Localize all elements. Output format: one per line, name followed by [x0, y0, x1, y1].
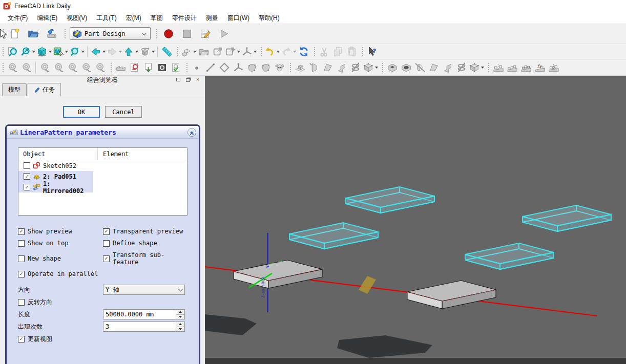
make-link-group-button[interactable] — [224, 45, 241, 59]
open-file-button[interactable] — [24, 25, 43, 42]
dropdown-arrow-icon[interactable] — [152, 51, 155, 53]
polar-pattern-button[interactable] — [519, 60, 533, 75]
dropdown-arrow-icon[interactable] — [102, 51, 106, 53]
revolution-button[interactable] — [307, 60, 321, 75]
sub-shape-binder-button[interactable] — [259, 60, 273, 75]
measure-button[interactable] — [160, 45, 174, 59]
menu-item-5[interactable]: 草图 — [146, 13, 168, 24]
nav-up-button[interactable] — [122, 45, 139, 59]
occurrences-spin-up[interactable] — [176, 322, 184, 327]
refresh-button[interactable] — [297, 45, 310, 59]
dock-close-button[interactable]: × — [195, 76, 201, 82]
menu-item-8[interactable]: 窗口(W) — [223, 13, 254, 24]
toolbar-grip[interactable] — [260, 46, 262, 57]
dropdown-arrow-icon[interactable] — [49, 51, 52, 53]
dropdown-arrow-icon[interactable] — [65, 51, 68, 53]
item-checkbox[interactable] — [24, 162, 30, 169]
fit-all-button[interactable] — [6, 45, 19, 59]
toolbar-grip[interactable] — [2, 62, 4, 73]
title-bar[interactable]: FreeCAD Link Daily — [0, 0, 626, 12]
macro-play-button[interactable] — [215, 25, 233, 42]
toolbar-grip[interactable] — [289, 62, 291, 73]
viewport-3d[interactable]: Z-axis009 — [205, 76, 626, 364]
multi-transform-button[interactable] — [547, 60, 560, 75]
reverse-direction-checkbox[interactable] — [18, 299, 25, 306]
measure-tool-6-button[interactable] — [79, 60, 93, 75]
length-spin-up[interactable] — [176, 310, 184, 315]
toolbar-grip[interactable] — [2, 28, 4, 39]
dropdown-arrow-icon[interactable] — [119, 51, 122, 53]
copy-button[interactable] — [331, 45, 345, 59]
toggle-axis-cross-button[interactable] — [241, 45, 257, 59]
edit-sketch-button[interactable] — [155, 60, 169, 75]
macro-stop-button[interactable] — [178, 25, 196, 42]
option-checkbox[interactable] — [103, 228, 110, 235]
length-spin-down[interactable] — [176, 315, 184, 319]
dropdown-arrow-icon[interactable] — [135, 51, 138, 53]
toolbar-grip[interactable] — [64, 28, 66, 39]
menu-item-1[interactable]: 编辑(E) — [32, 13, 62, 24]
length-spinbox[interactable] — [103, 309, 185, 319]
list-item-1-mirrored002[interactable]: 1: Mirrored002 — [18, 182, 93, 192]
make-link-button[interactable] — [211, 45, 224, 59]
additive-helix-button[interactable] — [348, 60, 362, 75]
datum-plane-button[interactable] — [217, 60, 231, 75]
menu-item-2[interactable]: 视图(V) — [62, 13, 92, 24]
additive-loft-button[interactable] — [321, 60, 335, 75]
menu-item-9[interactable]: 帮助(H) — [254, 13, 284, 24]
measure-tool-4-button[interactable] — [52, 60, 66, 75]
validate-sketch-button[interactable] — [169, 60, 183, 75]
subtractive-loft-button[interactable] — [427, 60, 441, 75]
occurrences-spinbox[interactable] — [103, 322, 185, 332]
draw-style-button[interactable] — [52, 45, 69, 59]
tab-tasks[interactable]: 任务 — [28, 83, 61, 96]
occurrences-input[interactable] — [103, 322, 185, 332]
subtractive-pipe-button[interactable] — [441, 60, 454, 75]
subtractive-primitive-button[interactable] — [468, 60, 485, 75]
undo-button[interactable] — [264, 45, 280, 59]
shape-binder-button[interactable] — [245, 60, 259, 75]
dropdown-arrow-icon[interactable] — [481, 67, 484, 69]
hole-button[interactable] — [399, 60, 413, 75]
whats-this-button[interactable]: ? — [365, 45, 379, 59]
new-file-button[interactable] — [6, 25, 24, 42]
menu-item-6[interactable]: 零件设计 — [168, 13, 201, 24]
tab-model[interactable]: 模型 — [2, 83, 27, 96]
cancel-button[interactable]: Cancel — [105, 106, 142, 118]
toolbar-grip[interactable] — [2, 46, 4, 57]
macro-edit-button[interactable] — [196, 25, 215, 42]
measure-tool-3-button[interactable] — [38, 60, 52, 75]
toolbar-grip[interactable] — [313, 46, 316, 57]
dropdown-arrow-icon[interactable] — [293, 51, 296, 53]
local-coordinate-system-button[interactable] — [231, 60, 245, 75]
pocket-button[interactable] — [385, 60, 399, 75]
nav-forward-button[interactable] — [106, 45, 122, 59]
menu-item-0[interactable]: 文件(F) — [3, 13, 32, 24]
option-checkbox[interactable] — [18, 271, 25, 277]
create-sketch-button[interactable] — [128, 60, 141, 75]
direction-select[interactable]: Y 轴 — [103, 285, 185, 295]
groove-button[interactable] — [413, 60, 427, 75]
create-part-button[interactable] — [180, 45, 197, 59]
dropdown-arrow-icon[interactable] — [81, 51, 85, 53]
section-header[interactable]: LineraPattern parameters — [7, 126, 199, 139]
additive-pipe-button[interactable] — [335, 60, 348, 75]
subtractive-helix-button[interactable] — [454, 60, 468, 75]
create-group-button[interactable] — [197, 45, 211, 59]
attach-sketch-button[interactable] — [141, 60, 155, 75]
cut-button[interactable] — [317, 45, 331, 59]
macro-record-button[interactable] — [159, 25, 178, 42]
zoom-button[interactable] — [19, 45, 36, 59]
toolbar-grip[interactable] — [361, 46, 364, 57]
dropdown-arrow-icon[interactable] — [237, 51, 240, 53]
isometric-view-button[interactable] — [36, 45, 52, 59]
item-checkbox[interactable] — [24, 173, 30, 180]
toolbar-grip[interactable] — [487, 62, 490, 73]
option-checkbox[interactable] — [18, 240, 25, 247]
redo-button[interactable] — [280, 45, 297, 59]
datum-point-button[interactable] — [190, 60, 203, 75]
ok-button[interactable]: OK — [63, 106, 100, 118]
item-checkbox[interactable] — [24, 184, 30, 190]
dropdown-arrow-icon[interactable] — [32, 51, 35, 53]
clone-button[interactable] — [273, 60, 286, 75]
